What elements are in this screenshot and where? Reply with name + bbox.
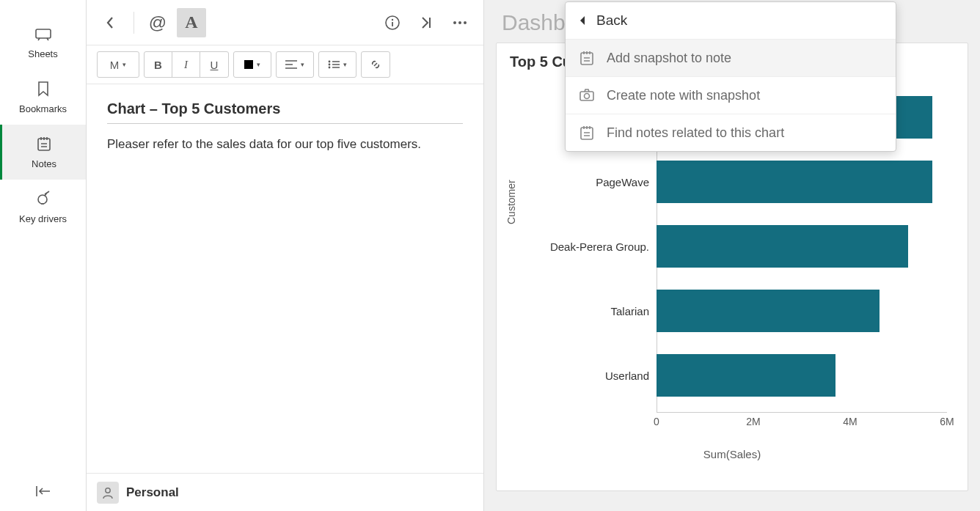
format-toolbar: M▾ B I U ▾ ▾ ▾ (87, 45, 483, 84)
left-sidebar: Sheets Bookmarks Notes Key drivers (0, 0, 87, 511)
text-color-dropdown[interactable]: ▾ (234, 52, 271, 77)
lightbulb-icon (34, 190, 52, 207)
bar-label: PageWave (517, 176, 649, 188)
notes-icon (35, 135, 53, 152)
svg-point-6 (458, 21, 461, 24)
svg-point-14 (585, 94, 590, 99)
info-button[interactable] (378, 8, 407, 37)
bar[interactable] (657, 290, 880, 332)
context-menu-find-notes[interactable]: Find notes related to this chart (566, 114, 896, 151)
context-menu-add-snapshot[interactable]: Add snapshot to note (566, 39, 896, 76)
bar-label: Userland (517, 370, 649, 382)
x-axis-label: Sum(Sales) (703, 448, 761, 460)
note-body-text[interactable]: Pleaser refer to the sales data for our … (107, 137, 463, 152)
svg-point-9 (329, 64, 331, 66)
sidebar-item-key-drivers[interactable]: Key drivers (0, 180, 86, 235)
bar-row[interactable]: Deak-Perera Group. (657, 214, 947, 279)
svg-point-10 (329, 67, 331, 69)
bookmark-icon (34, 80, 52, 98)
text-format-button[interactable]: A (177, 8, 206, 37)
note-editor[interactable]: Chart – Top 5 Customers Pleaser refer to… (87, 84, 483, 473)
x-tick: 0 (654, 416, 659, 427)
svg-rect-0 (36, 29, 51, 38)
notes-toolbar: @ A (87, 0, 483, 45)
bar[interactable] (657, 161, 932, 203)
bar[interactable] (657, 354, 835, 397)
bar[interactable] (657, 225, 908, 268)
svg-point-8 (329, 61, 331, 63)
svg-point-4 (392, 18, 393, 20)
sidebar-item-bookmarks[interactable]: Bookmarks (0, 70, 86, 125)
svg-rect-1 (38, 139, 50, 150)
sidebar-item-label: Notes (32, 158, 56, 169)
avatar (97, 482, 119, 504)
svg-point-2 (38, 195, 47, 204)
note-search-icon (579, 125, 595, 141)
sidebar-item-label: Key drivers (19, 213, 67, 224)
back-button[interactable] (95, 8, 125, 37)
context-menu: Back Add snapshot to note Create note wi… (565, 1, 896, 152)
notes-panel: @ A M▾ B I U ▾ (87, 0, 484, 511)
mention-button[interactable]: @ (143, 8, 172, 37)
x-tick: 6M (940, 416, 954, 427)
context-menu-item-label: Add snapshot to note (607, 51, 731, 66)
x-axis: 02M4M6M (657, 412, 947, 434)
go-to-end-button[interactable] (412, 8, 441, 37)
svg-point-7 (464, 21, 467, 24)
sheets-icon (34, 25, 52, 43)
svg-rect-15 (581, 128, 593, 139)
svg-point-11 (106, 488, 110, 492)
context-menu-back[interactable]: Back (566, 2, 896, 39)
svg-rect-12 (581, 53, 593, 65)
context-menu-create-note[interactable]: Create note with snapshot (566, 76, 896, 114)
x-tick: 2M (746, 416, 760, 427)
bar-label: Talarian (517, 305, 649, 317)
divider (134, 12, 134, 34)
collapse-sidebar-button[interactable] (35, 485, 51, 498)
context-menu-item-label: Create note with snapshot (607, 88, 760, 103)
list-dropdown[interactable]: ▾ (319, 52, 356, 77)
camera-icon (579, 87, 595, 103)
context-menu-item-label: Find notes related to this chart (607, 125, 784, 141)
note-footer: Personal (87, 473, 483, 511)
bar-row[interactable]: PageWave (657, 150, 947, 214)
align-dropdown[interactable]: ▾ (277, 52, 313, 77)
svg-point-5 (453, 21, 456, 24)
more-options-button[interactable] (445, 8, 475, 37)
link-button[interactable] (362, 52, 390, 77)
y-axis-label: Customer (505, 180, 517, 224)
context-menu-back-label: Back (596, 12, 627, 29)
sidebar-item-label: Sheets (28, 48, 57, 59)
note-owner-label: Personal (126, 485, 179, 500)
note-title[interactable]: Chart – Top 5 Customers (107, 100, 463, 124)
x-tick: 4M (843, 416, 857, 427)
bar-label: Deak-Perera Group. (517, 240, 649, 253)
note-add-icon (579, 50, 595, 66)
italic-button[interactable]: I (172, 52, 200, 77)
underline-button[interactable]: U (200, 52, 228, 77)
sidebar-item-label: Bookmarks (19, 103, 67, 114)
font-size-dropdown[interactable]: M▾ (98, 52, 139, 77)
sidebar-item-sheets[interactable]: Sheets (0, 15, 86, 70)
caret-left-icon (579, 15, 586, 26)
bar-row[interactable]: Talarian (657, 279, 947, 343)
bold-button[interactable]: B (145, 52, 172, 77)
sidebar-item-notes[interactable]: Notes (0, 125, 86, 180)
bar-row[interactable]: Userland (657, 343, 947, 408)
